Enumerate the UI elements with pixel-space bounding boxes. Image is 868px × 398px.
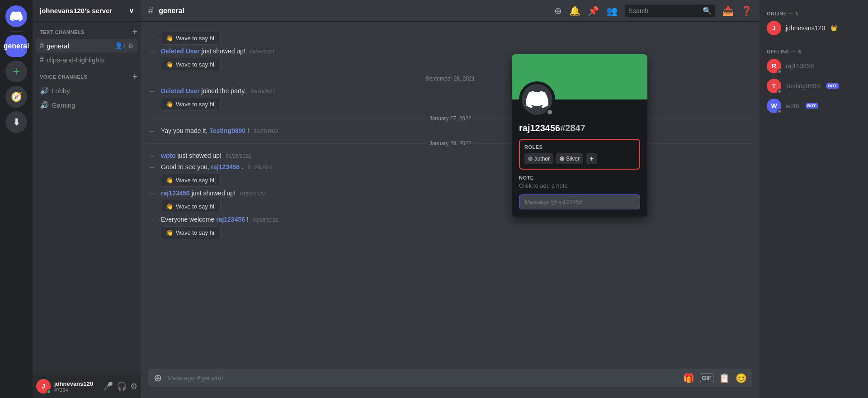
member-avatar-johnevans120: J [767, 21, 781, 35]
member-avatar-raj123456: R [767, 59, 781, 73]
add-server-icon[interactable]: + [5, 61, 27, 82]
profile-username: raj123456#2847 [519, 123, 585, 133]
server-header[interactable]: johnevans120's server ∨ [33, 0, 141, 22]
channel-hash-icon: # [148, 5, 153, 16]
add-member-icon[interactable]: 👤+ [115, 42, 126, 49]
message-content: Good to see you, raj123456 . 01/28/2022 … [161, 162, 752, 187]
channel-lobby[interactable]: 🔊 Lobby [36, 84, 137, 98]
add-voice-channel-button[interactable]: + [132, 72, 137, 81]
username-mention: raj123456 [216, 216, 245, 223]
js-server-label: general [4, 42, 29, 50]
notifications-icon[interactable]: 🔔 [569, 5, 580, 16]
message-body: joined the party. [201, 87, 246, 95]
download-icon[interactable]: ⬇ [5, 111, 27, 133]
inbox-icon[interactable]: 📥 [722, 5, 734, 16]
message-suffix: ! [247, 127, 249, 134]
help-icon[interactable]: ❓ [741, 5, 752, 16]
sticker-icon[interactable]: 📋 [719, 373, 730, 384]
gift-icon[interactable]: 🎁 [683, 373, 694, 384]
wave-button[interactable]: 👋 Wave to say hi! [161, 58, 221, 71]
current-user-name: johnevans120 [54, 380, 99, 387]
member-testing9890[interactable]: T Testing9890 BOT [763, 76, 864, 96]
date-divider: January 28, 2022 [141, 137, 760, 150]
voice-channels-header[interactable]: VOICE CHANNELS + [33, 70, 141, 83]
bot-badge-wpto: BOT [806, 103, 818, 109]
search-bar[interactable]: 🔍 [625, 5, 715, 17]
roles-title: ROLES [524, 144, 635, 150]
message-timestamp: 01/28/2022 [226, 153, 251, 159]
message-body: just showed up! [192, 190, 236, 197]
wave-button[interactable]: 👋 Wave to say hi! [161, 32, 221, 45]
message-content: Deleted User just showed up! 08/05/2021 … [161, 47, 752, 71]
member-raj123456[interactable]: R raj123456 [763, 56, 864, 76]
profile-status-dot [546, 109, 553, 116]
message-body: just showed up! [178, 152, 222, 159]
message-item: → Deleted User joined the party. 09/28/2… [141, 85, 760, 112]
add-role-button[interactable]: + [586, 153, 597, 164]
message-input-icons: 🎁 GIF 📋 😊 [683, 373, 747, 384]
note-section: NOTE Click to add a note [519, 175, 640, 189]
message-input[interactable] [167, 369, 678, 387]
chevron-down-icon: ∨ [129, 7, 134, 15]
wave-button[interactable]: 👋 Wave to say hi! [161, 98, 221, 111]
wave-button[interactable]: 👋 Wave to say hi! [161, 174, 221, 187]
profile-avatar-wrap [512, 81, 647, 118]
join-arrow-icon: → [148, 47, 156, 56]
main-content: # general ⊕ 🔔 📌 👥 🔍 📥 ❓ → 👋 Wave to say … [141, 0, 760, 398]
message-prefix: Good to see you, [161, 163, 211, 171]
text-channels-header[interactable]: TEXT CHANNELS + [33, 25, 141, 38]
voice-channel-icon-2: 🔊 [40, 101, 49, 109]
member-johnevans120[interactable]: J johnevans120 👑 [763, 18, 864, 38]
message-dm-placeholder: Message @raj123456 [525, 199, 582, 205]
add-attachment-button[interactable]: ⊕ [154, 372, 162, 384]
user-settings-icon[interactable]: ⚙ [130, 381, 137, 391]
add-channel-header-icon[interactable]: ⊕ [554, 5, 562, 16]
channel-header: # general ⊕ 🔔 📌 👥 🔍 📥 ❓ [141, 0, 760, 22]
wave-label: Wave to say hi! [176, 177, 216, 184]
username-mention: raj123456 [211, 163, 240, 171]
username-mention: wpto [161, 152, 176, 159]
wave-label: Wave to say hi! [176, 35, 216, 42]
channel-gaming[interactable]: 🔊 Gaming [36, 98, 137, 112]
message-text: Deleted User joined the party. 09/28/202… [161, 86, 752, 96]
discord-home-icon[interactable] [5, 5, 27, 27]
search-input[interactable] [628, 7, 699, 14]
username-mention: Deleted User [161, 47, 200, 55]
headphones-icon[interactable]: 🎧 [117, 381, 127, 391]
profile-info: raj123456#2847 [512, 123, 647, 139]
microphone-icon[interactable]: 🎤 [103, 381, 113, 391]
js-server-icon[interactable]: general [5, 35, 27, 57]
wave-label: Wave to say hi! [176, 229, 216, 236]
gif-icon[interactable]: GIF [700, 374, 713, 382]
explore-icon[interactable]: 🧭 [5, 86, 27, 108]
pin-icon[interactable]: 📌 [588, 5, 599, 16]
wave-button[interactable]: 👋 Wave to say hi! [161, 226, 221, 239]
wave-button[interactable]: 👋 Wave to say hi! [161, 200, 221, 213]
username-mention: raj123456 [161, 190, 190, 197]
bot-badge-testing: BOT [826, 83, 839, 89]
message-dm-input[interactable]: Message @raj123456 [519, 194, 640, 209]
channel-clips[interactable]: # clips-and-highlights [36, 53, 137, 66]
settings-icon[interactable]: ⚙ [128, 42, 134, 49]
role-author: author [524, 153, 553, 164]
add-text-channel-button[interactable]: + [132, 27, 137, 37]
member-wpto[interactable]: W wpto BOT [763, 96, 864, 116]
server-sidebar: general + 🧭 ⬇ [0, 0, 33, 398]
text-channel-icon: # [40, 42, 44, 50]
online-status-dot [47, 389, 51, 394]
username-mention: Testing9890 [209, 127, 245, 134]
avatar-initial: J [42, 383, 45, 390]
message-item: → wpto just showed up! 01/28/2022 [141, 150, 760, 161]
message-prefix: Everyone welcome [161, 216, 216, 223]
emoji-icon[interactable]: 😊 [736, 373, 747, 384]
channel-general[interactable]: # general 👤+ ⚙ [36, 39, 137, 52]
members-icon[interactable]: 👥 [606, 5, 618, 16]
members-sidebar: ONLINE — 1 J johnevans120 👑 OFFLINE — 3 … [760, 0, 868, 398]
note-text[interactable]: Click to add a note [519, 182, 640, 189]
current-user-discriminator: #7264 [54, 387, 99, 393]
message-body: just showed up! [201, 47, 245, 55]
message-text: raj123456 just showed up! 01/28/2022 [161, 189, 752, 198]
join-arrow-icon: → [148, 190, 156, 198]
server-name: johnevans120's server [40, 7, 112, 14]
note-title: NOTE [519, 175, 640, 180]
